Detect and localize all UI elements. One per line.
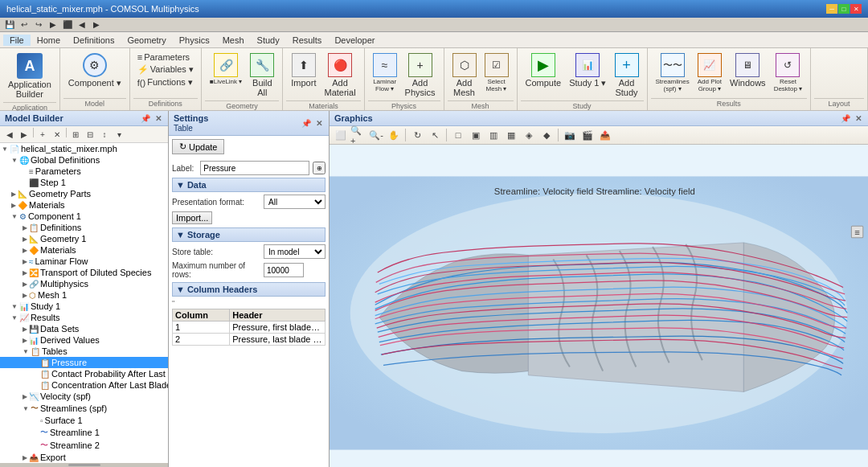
- presentation-select[interactable]: All: [264, 195, 326, 209]
- tree-item-streamlines[interactable]: ▼ 〜 Streamlines (spf): [0, 402, 168, 415]
- tree-item-surface1[interactable]: ▶ ▫ Surface 1: [0, 415, 168, 426]
- application-builder-button[interactable]: A ApplicationBuilder: [5, 51, 55, 100]
- tree-item-export[interactable]: ▶ 📤 Export: [0, 452, 168, 463]
- menu-developer[interactable]: Developer: [328, 35, 381, 46]
- add-mesh-button[interactable]: ⬡ AddMesh: [449, 51, 480, 99]
- collapse-all[interactable]: ⊟: [84, 128, 96, 141]
- arrow-mats[interactable]: ▶: [23, 247, 27, 254]
- variables-button[interactable]: ⚡ Variables ▾: [135, 63, 196, 76]
- tree-item-laminar[interactable]: ▶ ≈ Laminar Flow: [0, 256, 168, 267]
- model-builder-close[interactable]: ✕: [154, 114, 163, 123]
- sort[interactable]: ↕: [98, 128, 111, 141]
- tree-item-streamline1[interactable]: ▶ 〜 Streamline 1: [0, 426, 168, 439]
- functions-button[interactable]: f() Functions ▾: [135, 76, 195, 88]
- arrow-derivedVals[interactable]: ▶: [23, 337, 27, 344]
- tree-item-contactProb[interactable]: ▶ 📋 Contact Probability After Last Blade: [0, 368, 168, 379]
- arrow-study1[interactable]: ▼: [11, 303, 18, 310]
- settings-pin[interactable]: 📌: [300, 119, 313, 128]
- import-btn[interactable]: Import...: [172, 211, 212, 224]
- tree-item-multiphys[interactable]: ▶ 🔗 Multiphysics: [0, 278, 168, 289]
- arrow-defs[interactable]: ▶: [23, 224, 27, 231]
- arrow-tables[interactable]: ▼: [23, 348, 29, 355]
- quick-next[interactable]: ▶: [90, 19, 103, 31]
- menu-study[interactable]: Study: [251, 35, 286, 46]
- tree-item-dataSets[interactable]: ▶ 💾 Data Sets: [0, 323, 168, 334]
- view-3d[interactable]: ◆: [538, 128, 555, 142]
- update-button[interactable]: ↻ Update: [172, 139, 224, 154]
- tree-item-geom1[interactable]: ▶ 📐 Geometry 1: [0, 233, 168, 244]
- arrow-root[interactable]: ▼: [2, 145, 8, 153]
- quick-run[interactable]: ▶: [47, 19, 59, 31]
- compute-button[interactable]: ▶ Compute: [522, 51, 565, 89]
- view-iso[interactable]: ◈: [521, 128, 537, 142]
- add-study-button[interactable]: + AddStudy: [612, 51, 642, 99]
- streamlines-button[interactable]: 〜〜 Streamlines(spf) ▾: [653, 51, 693, 94]
- reset-desktop-button[interactable]: ↺ ResetDesktop ▾: [771, 51, 806, 94]
- tree-item-defs[interactable]: ▶ 📋 Definitions: [0, 222, 168, 233]
- tree-item-root[interactable]: ▼ 📄 helical_static_mixer.mph: [0, 143, 168, 154]
- column-headers-section-header[interactable]: ▼ Column Headers: [172, 282, 326, 297]
- tree-item-mats[interactable]: ▶ 🔶 Materials: [0, 244, 168, 256]
- menu-definitions[interactable]: Definitions: [67, 35, 121, 46]
- quick-redo[interactable]: ↪: [32, 19, 45, 31]
- quick-prev[interactable]: ◀: [76, 19, 88, 31]
- add-physics-button[interactable]: + AddPhysics: [402, 51, 439, 99]
- parameters-button[interactable]: ≡ Parameters: [135, 51, 192, 63]
- tree-item-derivedVals[interactable]: ▶ 📊 Derived Values: [0, 334, 168, 346]
- component-button[interactable]: ⚙ Component ▾: [65, 51, 125, 90]
- livelink-button[interactable]: 🔗 ■LiveLink ▾: [207, 51, 245, 87]
- close-button[interactable]: ✕: [850, 4, 862, 14]
- tree-item-pressure[interactable]: ▶ 📋 Pressure: [0, 357, 168, 368]
- movie-btn[interactable]: 🎬: [579, 128, 596, 142]
- tree-item-tables[interactable]: ▼ 📋 Tables: [0, 346, 168, 357]
- export-btn[interactable]: 📤: [597, 128, 613, 142]
- delete-node[interactable]: ✕: [51, 128, 63, 141]
- arrow-transport[interactable]: ▶: [23, 269, 27, 277]
- menu-results[interactable]: Results: [286, 35, 329, 46]
- arrow-dataSets[interactable]: ▶: [23, 326, 27, 333]
- menu-physics[interactable]: Physics: [173, 35, 216, 46]
- laminar-flow-button[interactable]: ≈ LaminarFlow ▾: [370, 51, 400, 94]
- view-front[interactable]: □: [450, 128, 466, 142]
- arrow-export[interactable]: ▶: [23, 454, 27, 461]
- arrow-globalDef[interactable]: ▼: [11, 157, 18, 164]
- arrow-results[interactable]: ▼: [11, 314, 18, 322]
- windows-button[interactable]: 🖥 Windows: [727, 51, 769, 89]
- model-builder-pin[interactable]: 📌: [139, 114, 152, 123]
- storage-section-header[interactable]: ▼ Storage: [172, 227, 326, 242]
- quick-undo[interactable]: ↩: [18, 19, 31, 31]
- select-btn[interactable]: ↖: [427, 128, 443, 142]
- tree-item-results[interactable]: ▼ 📈 Results: [0, 312, 168, 323]
- arrow-streamlines[interactable]: ▼: [23, 405, 29, 412]
- data-section-header[interactable]: ▼ Data: [172, 178, 326, 192]
- study1-button[interactable]: 📊 Study 1 ▾: [566, 51, 609, 90]
- nav-forward[interactable]: ▶: [18, 128, 31, 141]
- maximize-button[interactable]: □: [838, 4, 850, 14]
- settings-close[interactable]: ✕: [314, 119, 324, 128]
- tree-item-geomParts[interactable]: ▶ 📐 Geometry Parts: [0, 188, 168, 199]
- label-input[interactable]: [200, 161, 309, 175]
- menu-geometry[interactable]: Geometry: [121, 35, 172, 46]
- zoom-in-btn[interactable]: 🔍+: [350, 128, 366, 142]
- add-material-button[interactable]: 🔴 AddMaterial: [321, 51, 358, 99]
- view-top[interactable]: ▥: [485, 128, 502, 142]
- arrow-multiphys[interactable]: ▶: [23, 281, 27, 288]
- nav-back[interactable]: ◀: [3, 128, 16, 141]
- tree-item-comp1[interactable]: ▼ ⚙ Component 1: [0, 211, 168, 222]
- arrow-velocity[interactable]: ▶: [23, 393, 27, 400]
- tree-item-globalDef[interactable]: ▼ 🌐 Global Definitions: [0, 154, 168, 166]
- arrow-comp1[interactable]: ▼: [11, 213, 18, 220]
- tree-item-concentration[interactable]: ▶ 📋 Concentration After Last Blade: [0, 379, 168, 391]
- quick-save[interactable]: 💾: [3, 19, 16, 31]
- tree-item-mesh1[interactable]: ▶ ⬡ Mesh 1: [0, 289, 168, 301]
- more-options[interactable]: ▾: [113, 128, 125, 141]
- tree-item-step1[interactable]: ▶ ⬛ Step 1: [0, 177, 168, 188]
- quick-stop[interactable]: ⬛: [61, 19, 74, 31]
- graphics-close[interactable]: ✕: [854, 114, 863, 123]
- minimize-button[interactable]: ─: [826, 4, 837, 14]
- zoom-out-btn[interactable]: 🔍-: [368, 128, 384, 142]
- add-node[interactable]: +: [36, 128, 49, 141]
- rotate-btn[interactable]: ↻: [409, 128, 425, 142]
- tree-item-transport[interactable]: ▶ 🔀 Transport of Diluted Species: [0, 267, 168, 278]
- tree-item-velocity[interactable]: ▶ 📉 Velocity (spf): [0, 391, 168, 402]
